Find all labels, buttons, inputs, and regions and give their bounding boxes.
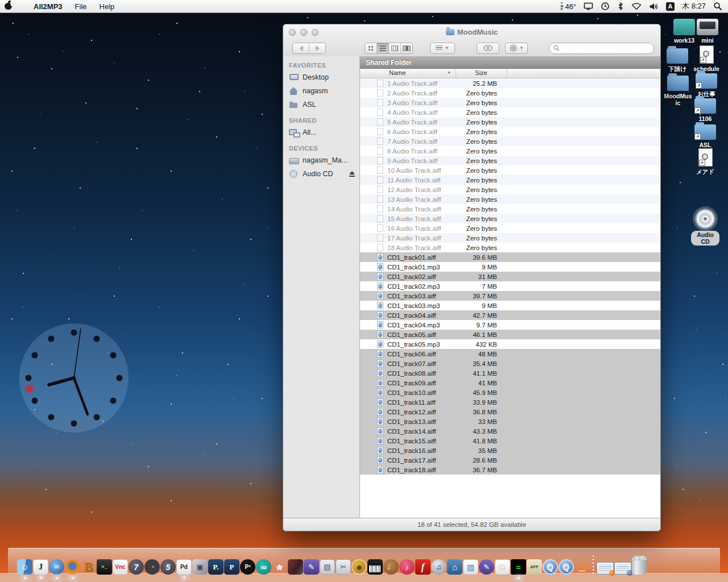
window-chrome[interactable]: MoodMusic ▼ ▼ bbox=[283, 24, 660, 57]
action-button[interactable]: ▼ bbox=[505, 43, 528, 54]
apple-menu[interactable] bbox=[0, 0, 27, 13]
sidebar-item-desktop[interactable]: Desktop bbox=[283, 70, 359, 84]
file-row[interactable]: CD1_track14.aiff 43.3 MB bbox=[360, 426, 660, 436]
file-row[interactable]: CD1_track12.aiff 36.8 MB bbox=[360, 407, 660, 417]
sidebar-item-all[interactable]: All... bbox=[283, 126, 359, 139]
file-row[interactable]: 13 Audio Track.aiff Zero bytes bbox=[360, 194, 660, 204]
eject-icon[interactable] bbox=[349, 171, 355, 177]
arrange-button[interactable]: ▼ bbox=[430, 43, 455, 54]
dock-icon-propeller-app[interactable]: * bbox=[272, 559, 287, 575]
sidebar-item-audio-cd[interactable]: Audio CD bbox=[283, 167, 359, 181]
file-row[interactable]: 11 Audio Track.aiff Zero bytes bbox=[360, 175, 660, 185]
dock-icon-app-pin[interactable]: APP bbox=[527, 559, 542, 575]
dock-icon-finder[interactable]: ☺ bbox=[17, 559, 32, 575]
file-row[interactable]: 17 Audio Track.aiff Zero bytes bbox=[360, 233, 660, 243]
dock-icon-audio-converter[interactable]: ♫ bbox=[431, 559, 446, 575]
desktop-icon-asl[interactable]: ASL bbox=[691, 124, 719, 148]
column-view-button[interactable] bbox=[389, 43, 401, 53]
file-row[interactable]: CD1_track18.aiff 36.7 MB bbox=[360, 465, 660, 475]
file-row[interactable]: 9 Audio Track.aiff Zero bytes bbox=[360, 156, 660, 165]
file-row[interactable]: CD1_track01.aiff 39.6 MB bbox=[360, 252, 660, 262]
app-menu-all2mp3[interactable]: All2MP3 bbox=[27, 0, 69, 13]
file-row[interactable]: CD1_track16.aiff 35 MB bbox=[360, 446, 660, 455]
icon-view-button[interactable] bbox=[365, 43, 377, 53]
file-row[interactable]: CD1_track10.aiff 45.9 MB bbox=[360, 388, 660, 397]
quick-look-button[interactable] bbox=[477, 43, 499, 54]
dock-icon-pure-data[interactable]: Pd bbox=[176, 559, 192, 575]
file-row[interactable]: 2 Audio Track.aiff Zero bytes bbox=[360, 88, 660, 98]
file-row[interactable]: CD1_track13.aiff 33 MB bbox=[360, 417, 660, 426]
desktop-icon-moodmusic[interactable]: MoodMusic bbox=[664, 76, 692, 106]
desktop-icon-shitauke[interactable]: 下請け bbox=[663, 48, 692, 72]
file-row[interactable]: 3 Audio Track.aiff Zero bytes bbox=[360, 98, 660, 107]
file-row[interactable]: CD1_track07.aiff 35.4 MB bbox=[360, 359, 660, 368]
dock-icon-firefox[interactable] bbox=[65, 559, 80, 575]
dock-icon-terminal[interactable]: >_ bbox=[97, 559, 112, 575]
bluetooth-icon[interactable] bbox=[617, 2, 624, 11]
sidebar-item-nagasm-ma[interactable]: nagasm_Ma... bbox=[283, 153, 359, 167]
file-row[interactable]: 6 Audio Track.aiff Zero bytes bbox=[360, 127, 660, 136]
file-row[interactable]: CD1_track03.mp3 9 MB bbox=[360, 301, 660, 310]
file-row[interactable]: CD1_track02.aiff 31 MB bbox=[360, 272, 660, 281]
spotlight-icon[interactable] bbox=[713, 2, 722, 11]
dock-minimized-window-1[interactable] bbox=[597, 562, 614, 575]
file-row[interactable]: CD1_track05.mp3 432 KB bbox=[360, 339, 660, 349]
desktop-icon-meado[interactable]: メアド bbox=[691, 148, 719, 175]
sidebar-item-nagasm[interactable]: nagasm bbox=[283, 84, 359, 98]
file-row[interactable]: CD1_track05.aiff 46.1 MB bbox=[360, 330, 660, 339]
menu-clock[interactable]: 木 8:27 bbox=[682, 1, 706, 11]
size-column-header[interactable]: Size bbox=[456, 69, 507, 76]
dock-icon-quicktime-x[interactable]: Q bbox=[543, 559, 558, 575]
file-row[interactable]: CD1_track02.mp3 7 MB bbox=[360, 281, 660, 291]
dock-icon-arduino[interactable]: ∞ bbox=[256, 559, 271, 575]
file-row[interactable]: 5 Audio Track.aiff Zero bytes bbox=[360, 117, 660, 127]
search-input[interactable] bbox=[560, 44, 653, 52]
dock-icon-thunderbird[interactable]: ✉ bbox=[49, 559, 64, 575]
file-row[interactable]: CD1_track17.aiff 28.6 MB bbox=[360, 455, 660, 465]
file-row[interactable]: CD1_track04.mp3 9.7 MB bbox=[360, 320, 660, 330]
dock-icon-midi-keyboard[interactable] bbox=[367, 559, 383, 575]
name-column-header[interactable]: Name bbox=[389, 69, 406, 76]
file-row[interactable]: 8 Audio Track.aiff Zero bytes bbox=[360, 146, 660, 156]
desktop-icon-audio-cd[interactable]: Audio CD bbox=[691, 209, 719, 246]
dock-icon-gold-clock-app[interactable]: ◉ bbox=[351, 559, 367, 575]
wifi-icon[interactable] bbox=[631, 2, 642, 10]
dock-icon-itunes[interactable]: ♪ bbox=[399, 559, 415, 575]
dock-icon-processing[interactable]: P bbox=[224, 559, 239, 575]
file-row[interactable]: CD1_track08.aiff 41.1 MB bbox=[360, 368, 660, 378]
menu-help[interactable]: Help bbox=[93, 0, 121, 13]
file-row[interactable]: 4 Audio Track.aiff Zero bytes bbox=[360, 107, 660, 117]
dock-icon-processing-2[interactable]: P. bbox=[208, 559, 224, 575]
dock-icon-seven-app[interactable]: 7 bbox=[129, 559, 144, 575]
file-row[interactable]: 7 Audio Track.aiff Zero bytes bbox=[360, 136, 660, 146]
dock-trash[interactable] bbox=[632, 558, 647, 575]
desktop-icon-mini[interactable]: mini bbox=[693, 19, 722, 44]
dock-icon-quicktime-7[interactable]: Q bbox=[559, 559, 574, 575]
search-field[interactable] bbox=[549, 43, 654, 54]
back-button[interactable] bbox=[293, 43, 309, 53]
dock-minimized-window-2[interactable] bbox=[614, 562, 631, 575]
sidebar-item-asl[interactable]: ASL bbox=[283, 98, 359, 111]
dock-icon-flash[interactable]: f bbox=[415, 559, 431, 575]
file-row[interactable]: CD1_track15.aiff 41.8 MB bbox=[360, 436, 660, 446]
dock-icon-home-g-app[interactable]: ⌂ bbox=[447, 559, 462, 575]
dock-icon-five-app[interactable]: 5 bbox=[160, 559, 176, 575]
desktop-icon-schedule[interactable]: schedule bbox=[692, 45, 721, 72]
dock-icon-scanner-app[interactable]: ▤ bbox=[320, 559, 335, 575]
file-row[interactable]: 10 Audio Track.aiff Zero bytes bbox=[360, 165, 660, 175]
dock-icon-painter-app[interactable]: ✎ bbox=[479, 559, 494, 575]
volume-icon[interactable] bbox=[649, 2, 659, 11]
file-row[interactable]: 12 Audio Track.aiff Zero bytes bbox=[360, 185, 660, 194]
dock-icon-vnc[interactable]: Vnc bbox=[113, 559, 128, 575]
input-source-icon[interactable]: A bbox=[666, 2, 675, 11]
dock-icon-cube-app[interactable]: ▣ bbox=[192, 559, 208, 575]
dock-icon-keynote-app[interactable]: □ bbox=[495, 559, 510, 575]
temperature-widget[interactable]: TMP 46° bbox=[561, 2, 576, 11]
column-divider[interactable] bbox=[507, 69, 507, 78]
file-row[interactable]: 1 Audio Track.aiff 25.2 MB bbox=[360, 78, 660, 88]
menu-file[interactable]: File bbox=[69, 0, 93, 13]
list-view-button[interactable] bbox=[377, 43, 389, 53]
dock-icon-photos-app[interactable]: ▧ bbox=[463, 559, 478, 575]
dock-icon-ring-app[interactable]: ◔ bbox=[144, 559, 160, 575]
file-row[interactable]: CD1_track09.aiff 41 MB bbox=[360, 378, 660, 388]
